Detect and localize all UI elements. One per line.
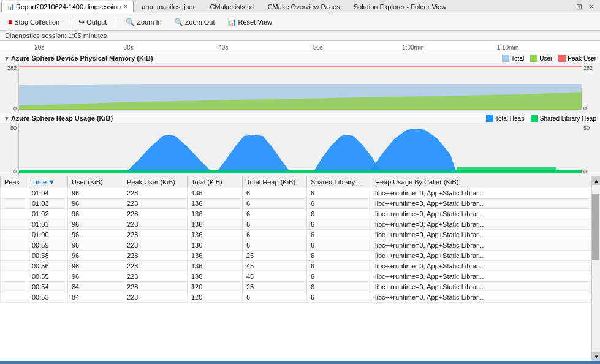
scroll-track[interactable] [592, 185, 600, 352]
chart1-collapse-icon[interactable]: ▼ [4, 55, 10, 62]
tab-manifest[interactable]: app_manifest.json [135, 1, 203, 13]
col-total-heap[interactable]: Total Heap (KiB) [243, 176, 307, 188]
table-row[interactable]: 00:5896228136256libc++runtime=0, App+Sta… [1, 251, 591, 261]
table-cell: 96 [68, 209, 123, 219]
table-row[interactable]: 01:039622813666libc++runtime=0, App+Stat… [1, 199, 591, 209]
legend-total-color [502, 55, 509, 62]
table-cell: 228 [123, 209, 188, 219]
col-user[interactable]: User (KiB) [68, 176, 123, 188]
legend-total-heap-color [486, 115, 493, 122]
scroll-down-btn[interactable]: ▼ [592, 352, 600, 361]
table-cell [1, 209, 28, 219]
chart2-y-max: 50 [10, 125, 17, 131]
table-row[interactable]: 01:019622813666libc++runtime=0, App+Stat… [1, 219, 591, 230]
table-cell: 00:59 [28, 240, 68, 251]
table-cell: 228 [123, 240, 188, 251]
output-button[interactable]: ↪ Output [74, 16, 111, 28]
chart2-area[interactable] [18, 124, 582, 176]
scrollbar[interactable]: ▲ ▼ [591, 176, 600, 361]
reset-view-button[interactable]: 📊 Reset View [223, 16, 276, 28]
col-time[interactable]: Time ▼ [28, 176, 68, 188]
tab-report[interactable]: 📊 Report20210624-1400.diagsession ✕ [1, 1, 134, 13]
table-cell: 01:03 [28, 199, 68, 209]
pin-tab-icon[interactable]: ⊞ [574, 2, 584, 11]
table-row[interactable]: 01:029622813666libc++runtime=0, App+Stat… [1, 209, 591, 219]
tab-solution[interactable]: Solution Explorer - Folder View [347, 1, 453, 13]
stop-collection-button[interactable]: ■ Stop Collection [4, 16, 64, 28]
chart2-legend: Total Heap Shared Library Heap [486, 115, 596, 122]
table-row[interactable]: 00:538422812066libc++runtime=0, App+Stat… [1, 292, 591, 303]
table-cell: libc++runtime=0, App+Static Librar... [371, 230, 591, 240]
table-cell [1, 261, 28, 271]
ruler-area: 20s 30s 40s 50s 1:00min 1:10min [23, 41, 580, 53]
tab-cmake[interactable]: CMakeLists.txt [203, 1, 261, 13]
zoom-in-button[interactable]: 🔍 Zoom In [121, 16, 165, 28]
table-cell: libc++runtime=0, App+Static Librar... [371, 240, 591, 251]
col-peak-user[interactable]: Peak User (KiB) [123, 176, 188, 188]
tab-cmake-overview[interactable]: CMake Overview Pages [261, 1, 347, 13]
table-cell: 6 [307, 199, 371, 209]
table-cell: 6 [243, 199, 307, 209]
chart1-body: 282 0 282 0 [0, 64, 600, 113]
zoom-out-button[interactable]: 🔍 Zoom Out [170, 16, 219, 28]
table-cell: 6 [243, 188, 307, 199]
table-cell: 00:56 [28, 261, 68, 271]
table-row[interactable]: 00:5696228136456libc++runtime=0, App+Sta… [1, 261, 591, 271]
table-row[interactable]: 00:5596228136456libc++runtime=0, App+Sta… [1, 271, 591, 282]
table-row[interactable]: 00:599622813666libc++runtime=0, App+Stat… [1, 240, 591, 251]
table-cell: 96 [68, 271, 123, 282]
legend-shared-heap-label: Shared Library Heap [540, 115, 596, 122]
tab-report-close[interactable]: ✕ [123, 3, 128, 10]
stop-icon: ■ [8, 18, 12, 26]
chart2-section: ▼ Azure Sphere Heap Usage (KiB) Total He… [0, 113, 600, 176]
table-row[interactable]: 01:049622813666libc++runtime=0, App+Stat… [1, 188, 591, 199]
table-cell: 136 [188, 199, 243, 209]
table-cell: 6 [243, 230, 307, 240]
table-cell: 136 [188, 230, 243, 240]
legend-total-heap-label: Total Heap [495, 115, 525, 122]
chart2-svg [19, 124, 582, 176]
chart1-y-max-right: 282 [583, 65, 593, 71]
ruler-tick-110min: 1:10min [497, 44, 519, 51]
chart1-title: Azure Sphere Device Physical Memory (KiB… [11, 55, 153, 62]
table-cell: libc++runtime=0, App+Static Librar... [371, 261, 591, 271]
table-cell: 01:00 [28, 230, 68, 240]
table-cell [1, 219, 28, 230]
table-cell [1, 199, 28, 209]
col-heap-caller[interactable]: Heap Usage By Caller (KiB) [371, 176, 591, 188]
close-tab-icon[interactable]: ✕ [587, 2, 596, 11]
table-cell: 25 [243, 251, 307, 261]
scroll-up-btn[interactable]: ▲ [592, 176, 600, 185]
table-cell: 25 [243, 282, 307, 292]
zoom-in-label: Zoom In [137, 18, 161, 26]
table-cell: 6 [243, 219, 307, 230]
table-cell: 00:54 [28, 282, 68, 292]
table-row[interactable]: 00:5484228120256libc++runtime=0, App+Sta… [1, 282, 591, 292]
table-cell: 136 [188, 219, 243, 230]
table-cell [1, 292, 28, 303]
table-cell: libc++runtime=0, App+Static Librar... [371, 209, 591, 219]
chart1-y-min-right: 0 [583, 105, 587, 112]
chart2-y-right: 50 0 [582, 124, 600, 176]
toolbar-separator-2 [116, 17, 116, 28]
output-label: Output [86, 18, 107, 26]
chart2-header: ▼ Azure Sphere Heap Usage (KiB) Total He… [0, 113, 600, 124]
toolbar-separator-1 [69, 17, 69, 28]
table-cell: 6 [243, 292, 307, 303]
col-peak[interactable]: Peak [1, 176, 28, 188]
chart2-collapse-icon[interactable]: ▼ [4, 115, 10, 122]
table-row[interactable]: 01:009622813666libc++runtime=0, App+Stat… [1, 230, 591, 240]
table-cell: 96 [68, 188, 123, 199]
table-cell: 00:58 [28, 251, 68, 261]
table-cell: 136 [188, 188, 243, 199]
col-shared[interactable]: Shared Library... [307, 176, 371, 188]
table-cell: 96 [68, 230, 123, 240]
table-container[interactable]: Peak Time ▼ User (KiB) Peak User (KiB) T… [0, 176, 591, 361]
chart2-y-axis: 50 0 [0, 124, 18, 176]
scroll-thumb[interactable] [592, 194, 599, 260]
charts-and-table: 20s 30s 40s 50s 1:00min 1:10min ▼ Azure … [0, 41, 600, 361]
tab-report-label: Report20210624-1400.diagsession [16, 3, 121, 10]
col-total[interactable]: Total (KiB) [188, 176, 243, 188]
table-cell: 228 [123, 199, 188, 209]
chart1-area[interactable] [18, 64, 582, 113]
